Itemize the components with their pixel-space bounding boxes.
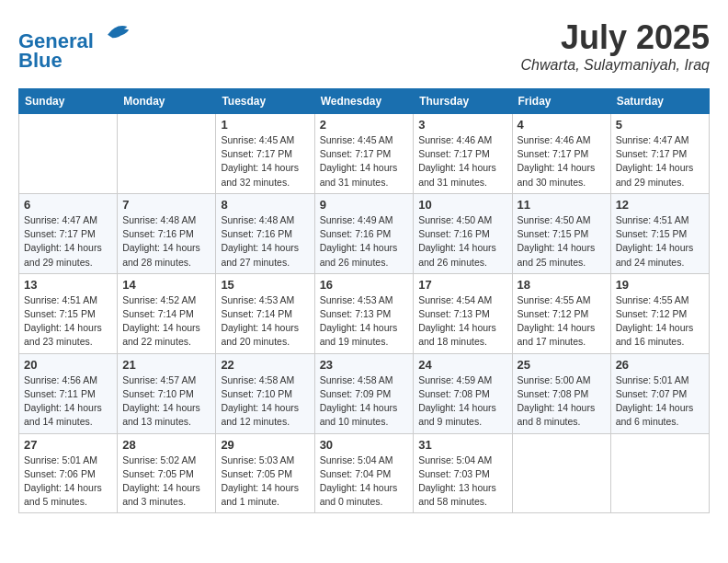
day-info: Sunrise: 4:46 AM Sunset: 7:17 PM Dayligh… bbox=[518, 133, 606, 190]
calendar-cell: 21Sunrise: 4:57 AM Sunset: 7:10 PM Dayli… bbox=[118, 353, 216, 433]
weekday-header-friday: Friday bbox=[512, 89, 610, 114]
day-number: 22 bbox=[221, 358, 309, 372]
day-info: Sunrise: 4:57 AM Sunset: 7:10 PM Dayligh… bbox=[122, 373, 210, 430]
calendar-cell: 4Sunrise: 4:46 AM Sunset: 7:17 PM Daylig… bbox=[512, 114, 610, 194]
day-number: 13 bbox=[24, 278, 112, 292]
day-number: 7 bbox=[122, 198, 210, 212]
calendar-week-2: 6Sunrise: 4:47 AM Sunset: 7:17 PM Daylig… bbox=[19, 193, 710, 273]
calendar-cell: 28Sunrise: 5:02 AM Sunset: 7:05 PM Dayli… bbox=[118, 433, 216, 513]
day-info: Sunrise: 4:50 AM Sunset: 7:16 PM Dayligh… bbox=[418, 213, 506, 270]
day-info: Sunrise: 5:02 AM Sunset: 7:05 PM Dayligh… bbox=[122, 454, 210, 510]
day-info: Sunrise: 5:01 AM Sunset: 7:07 PM Dayligh… bbox=[616, 373, 704, 430]
day-number: 10 bbox=[418, 198, 506, 212]
day-info: Sunrise: 4:55 AM Sunset: 7:12 PM Dayligh… bbox=[616, 293, 704, 350]
day-number: 21 bbox=[122, 358, 210, 372]
day-number: 15 bbox=[221, 278, 309, 292]
calendar-cell: 11Sunrise: 4:50 AM Sunset: 7:15 PM Dayli… bbox=[512, 193, 610, 273]
day-number: 16 bbox=[320, 278, 409, 292]
day-number: 2 bbox=[320, 118, 409, 132]
day-info: Sunrise: 4:47 AM Sunset: 7:17 PM Dayligh… bbox=[24, 213, 112, 270]
calendar-cell: 19Sunrise: 4:55 AM Sunset: 7:12 PM Dayli… bbox=[610, 273, 709, 353]
weekday-header-wednesday: Wednesday bbox=[314, 89, 414, 114]
calendar-cell: 1Sunrise: 4:45 AM Sunset: 7:17 PM Daylig… bbox=[216, 114, 314, 194]
day-number: 11 bbox=[518, 198, 606, 212]
calendar-header-row: SundayMondayTuesdayWednesdayThursdayFrid… bbox=[19, 89, 710, 114]
day-info: Sunrise: 4:58 AM Sunset: 7:09 PM Dayligh… bbox=[320, 373, 409, 430]
calendar-week-3: 13Sunrise: 4:51 AM Sunset: 7:15 PM Dayli… bbox=[19, 273, 710, 353]
day-info: Sunrise: 4:48 AM Sunset: 7:16 PM Dayligh… bbox=[122, 213, 210, 270]
calendar-cell: 10Sunrise: 4:50 AM Sunset: 7:16 PM Dayli… bbox=[414, 193, 512, 273]
day-info: Sunrise: 4:51 AM Sunset: 7:15 PM Dayligh… bbox=[616, 213, 704, 270]
month-year-title: July 2025 bbox=[521, 18, 710, 57]
weekday-header-tuesday: Tuesday bbox=[216, 89, 314, 114]
calendar-cell: 20Sunrise: 4:56 AM Sunset: 7:11 PM Dayli… bbox=[19, 353, 118, 433]
day-number: 28 bbox=[122, 438, 210, 452]
day-number: 12 bbox=[616, 198, 704, 212]
calendar-cell: 12Sunrise: 4:51 AM Sunset: 7:15 PM Dayli… bbox=[610, 193, 709, 273]
day-info: Sunrise: 4:55 AM Sunset: 7:12 PM Dayligh… bbox=[518, 293, 606, 350]
day-info: Sunrise: 5:01 AM Sunset: 7:06 PM Dayligh… bbox=[24, 454, 112, 510]
weekday-header-thursday: Thursday bbox=[414, 89, 512, 114]
calendar-table: SundayMondayTuesdayWednesdayThursdayFrid… bbox=[18, 88, 710, 513]
calendar-cell: 13Sunrise: 4:51 AM Sunset: 7:15 PM Dayli… bbox=[19, 273, 118, 353]
logo: General Blue bbox=[18, 18, 131, 73]
calendar-cell: 25Sunrise: 5:00 AM Sunset: 7:08 PM Dayli… bbox=[512, 353, 610, 433]
calendar-cell: 16Sunrise: 4:53 AM Sunset: 7:13 PM Dayli… bbox=[314, 273, 414, 353]
day-number: 31 bbox=[418, 438, 506, 452]
day-number: 5 bbox=[616, 118, 704, 132]
day-info: Sunrise: 4:53 AM Sunset: 7:13 PM Dayligh… bbox=[320, 293, 409, 350]
calendar-week-4: 20Sunrise: 4:56 AM Sunset: 7:11 PM Dayli… bbox=[19, 353, 710, 433]
calendar-cell bbox=[512, 433, 610, 513]
day-info: Sunrise: 4:54 AM Sunset: 7:13 PM Dayligh… bbox=[418, 293, 506, 350]
day-number: 29 bbox=[221, 438, 309, 452]
weekday-header-sunday: Sunday bbox=[19, 89, 118, 114]
calendar-cell bbox=[610, 433, 709, 513]
calendar-week-5: 27Sunrise: 5:01 AM Sunset: 7:06 PM Dayli… bbox=[19, 433, 710, 513]
day-number: 19 bbox=[616, 278, 704, 292]
day-number: 1 bbox=[221, 118, 309, 132]
day-info: Sunrise: 4:47 AM Sunset: 7:17 PM Dayligh… bbox=[616, 133, 704, 190]
day-number: 25 bbox=[518, 358, 606, 372]
title-block: July 2025 Chwarta, Sulaymaniyah, Iraq bbox=[521, 18, 710, 74]
day-number: 4 bbox=[518, 118, 606, 132]
calendar-cell: 5Sunrise: 4:47 AM Sunset: 7:17 PM Daylig… bbox=[610, 114, 709, 194]
day-number: 27 bbox=[24, 438, 112, 452]
calendar-cell: 9Sunrise: 4:49 AM Sunset: 7:16 PM Daylig… bbox=[314, 193, 414, 273]
day-info: Sunrise: 4:45 AM Sunset: 7:17 PM Dayligh… bbox=[320, 133, 409, 190]
calendar-cell: 7Sunrise: 4:48 AM Sunset: 7:16 PM Daylig… bbox=[118, 193, 216, 273]
day-info: Sunrise: 5:00 AM Sunset: 7:08 PM Dayligh… bbox=[518, 373, 606, 430]
day-info: Sunrise: 4:51 AM Sunset: 7:15 PM Dayligh… bbox=[24, 293, 112, 350]
day-number: 8 bbox=[221, 198, 309, 212]
weekday-header-monday: Monday bbox=[118, 89, 216, 114]
day-info: Sunrise: 4:50 AM Sunset: 7:15 PM Dayligh… bbox=[518, 213, 606, 270]
calendar-cell: 26Sunrise: 5:01 AM Sunset: 7:07 PM Dayli… bbox=[610, 353, 709, 433]
logo-bird-icon bbox=[101, 18, 131, 48]
day-info: Sunrise: 4:46 AM Sunset: 7:17 PM Dayligh… bbox=[418, 133, 506, 190]
calendar-cell: 27Sunrise: 5:01 AM Sunset: 7:06 PM Dayli… bbox=[19, 433, 118, 513]
calendar-cell: 31Sunrise: 5:04 AM Sunset: 7:03 PM Dayli… bbox=[414, 433, 512, 513]
weekday-header-saturday: Saturday bbox=[610, 89, 709, 114]
day-info: Sunrise: 4:53 AM Sunset: 7:14 PM Dayligh… bbox=[221, 293, 309, 350]
day-info: Sunrise: 5:04 AM Sunset: 7:03 PM Dayligh… bbox=[418, 454, 506, 510]
calendar-cell: 18Sunrise: 4:55 AM Sunset: 7:12 PM Dayli… bbox=[512, 273, 610, 353]
day-number: 3 bbox=[418, 118, 506, 132]
day-info: Sunrise: 4:48 AM Sunset: 7:16 PM Dayligh… bbox=[221, 213, 309, 270]
location-subtitle: Chwarta, Sulaymaniyah, Iraq bbox=[521, 57, 710, 74]
day-number: 17 bbox=[418, 278, 506, 292]
calendar-cell: 29Sunrise: 5:03 AM Sunset: 7:05 PM Dayli… bbox=[216, 433, 314, 513]
calendar-week-1: 1Sunrise: 4:45 AM Sunset: 7:17 PM Daylig… bbox=[19, 114, 710, 194]
calendar-cell: 30Sunrise: 5:04 AM Sunset: 7:04 PM Dayli… bbox=[314, 433, 414, 513]
day-number: 30 bbox=[320, 438, 409, 452]
day-number: 14 bbox=[122, 278, 210, 292]
day-number: 9 bbox=[320, 198, 409, 212]
day-info: Sunrise: 4:45 AM Sunset: 7:17 PM Dayligh… bbox=[221, 133, 309, 190]
day-info: Sunrise: 4:49 AM Sunset: 7:16 PM Dayligh… bbox=[320, 213, 409, 270]
calendar-cell: 24Sunrise: 4:59 AM Sunset: 7:08 PM Dayli… bbox=[414, 353, 512, 433]
calendar-cell bbox=[118, 114, 216, 194]
day-info: Sunrise: 4:59 AM Sunset: 7:08 PM Dayligh… bbox=[418, 373, 506, 430]
day-info: Sunrise: 4:52 AM Sunset: 7:14 PM Dayligh… bbox=[122, 293, 210, 350]
calendar-cell: 23Sunrise: 4:58 AM Sunset: 7:09 PM Dayli… bbox=[314, 353, 414, 433]
calendar-cell: 3Sunrise: 4:46 AM Sunset: 7:17 PM Daylig… bbox=[414, 114, 512, 194]
calendar-cell bbox=[19, 114, 118, 194]
calendar-cell: 22Sunrise: 4:58 AM Sunset: 7:10 PM Dayli… bbox=[216, 353, 314, 433]
